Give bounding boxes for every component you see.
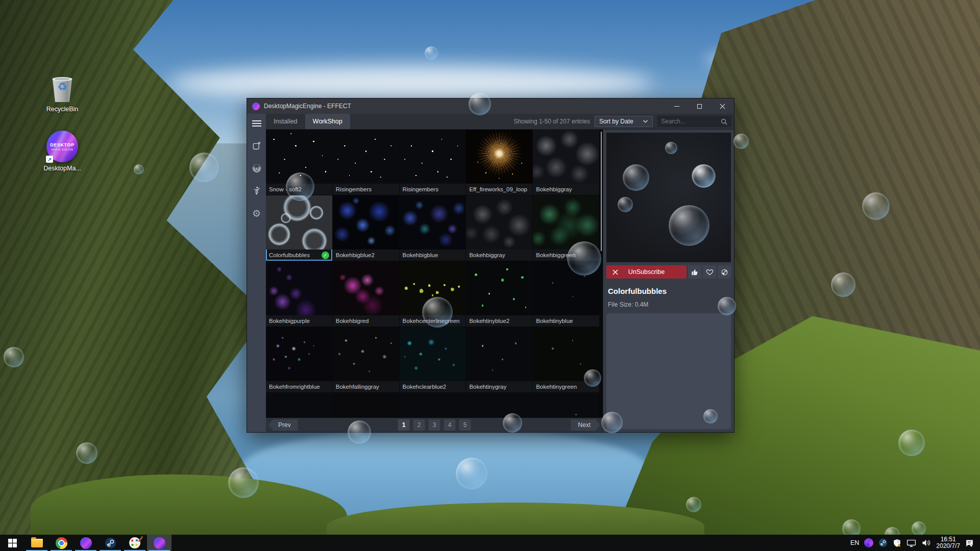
close-button[interactable]	[711, 98, 734, 114]
action-center-button[interactable]	[965, 539, 974, 547]
search-input[interactable]	[661, 118, 719, 125]
prev-page-button[interactable]: Prev	[268, 419, 298, 431]
dance-button[interactable]	[250, 185, 263, 197]
page-button-3[interactable]: 3	[429, 419, 440, 431]
pagination-bar: Prev 1 2 3 4 5 Next	[266, 418, 603, 432]
effect-card[interactable]: Bokehtinyblue	[533, 261, 599, 327]
effect-card[interactable]: Bokehbigred	[333, 261, 399, 327]
recycle-symbol-icon: ♻	[50, 81, 75, 93]
tab-workshop[interactable]: WorkShop	[305, 114, 350, 129]
effect-card-partial[interactable]	[266, 393, 332, 418]
menu-button[interactable]	[250, 117, 263, 130]
effect-card-partial[interactable]	[400, 393, 466, 418]
settings-button[interactable]: ⚙	[250, 207, 263, 219]
steam-icon	[721, 268, 728, 276]
title-bar[interactable]: DesktopMagicEngine - EFFECT	[247, 98, 734, 114]
shortcut-arrow-icon: ↗	[46, 156, 53, 163]
effect-thumbnail	[466, 261, 532, 315]
effect-card[interactable]: Bokehtinyblue2	[466, 261, 532, 327]
effect-card[interactable]: Bokehtinygreen	[533, 327, 599, 392]
effect-card-partial[interactable]	[533, 393, 599, 418]
effect-name: Bokehbigblue2	[336, 252, 375, 258]
effect-thumbnail	[400, 130, 466, 184]
unsubscribe-button[interactable]: UnSubscribe	[606, 265, 687, 279]
desktop-icon-desktopmagicengine[interactable]: DESKTOP MAGIC ENGINE ↗ DesktopMa...	[37, 131, 88, 172]
effect-thumbnail	[400, 327, 466, 381]
effect-thumbnail	[266, 195, 332, 249]
start-button[interactable]	[0, 535, 24, 551]
workshop-page-button[interactable]	[718, 265, 731, 279]
page-button-5[interactable]: 5	[459, 419, 471, 431]
effect-card[interactable]: Bokehtinygray	[466, 327, 532, 392]
taskbar-clock[interactable]: 16:51 2020/7/7	[936, 536, 960, 550]
page-button-4[interactable]: 4	[444, 419, 456, 431]
effect-card[interactable]: Risingembers	[400, 130, 466, 195]
dme-logo-subtext: MAGIC ENGINE	[52, 148, 74, 151]
tray-steam-icon[interactable]	[878, 538, 888, 547]
effect-card[interactable]: Bokehbiggray	[466, 195, 532, 261]
page-button-2[interactable]: 2	[413, 419, 425, 431]
add-effect-button[interactable]	[250, 140, 263, 152]
effect-thumbnail	[466, 393, 532, 418]
effect-card[interactable]: Snow - soft2	[266, 130, 332, 195]
effect-card-partial[interactable]	[466, 393, 532, 418]
effect-card[interactable]: Bokehclearblue2	[400, 327, 466, 392]
sort-dropdown[interactable]: Sort by Date	[595, 116, 653, 127]
tray-defender-icon[interactable]	[893, 539, 901, 547]
effect-card[interactable]: Bokehbiggray	[533, 130, 599, 195]
tray-desktopmagicengine-icon[interactable]	[864, 538, 873, 547]
effect-card[interactable]: Bokehfallinggray	[333, 327, 399, 392]
tab-installed[interactable]: Installed	[266, 114, 305, 129]
effect-name: Bokehfromrightblue	[269, 384, 320, 390]
effect-card[interactable]: Bokehbigblue2	[333, 195, 399, 261]
next-page-button[interactable]: Next	[571, 419, 600, 431]
window-title: DesktopMagicEngine - EFFECT	[264, 103, 351, 110]
effect-card-selected[interactable]: Colorfulbubbles✓	[266, 195, 332, 261]
avatar-icon	[251, 163, 262, 174]
taskbar-steam[interactable]	[98, 535, 122, 551]
taskbar-chrome[interactable]	[49, 535, 74, 551]
search-icon	[721, 118, 727, 125]
effect-card[interactable]: Bokehbigpurple	[266, 261, 332, 327]
favorite-button[interactable]	[703, 265, 716, 279]
effect-card-partial[interactable]	[333, 393, 399, 418]
bubble	[692, 164, 716, 188]
taskbar-desktopmagicengine-active[interactable]	[147, 535, 172, 551]
effect-name: Bokehtinygreen	[536, 384, 577, 390]
effect-thumbnail	[266, 261, 332, 315]
firework-burst	[475, 130, 524, 178]
effect-card[interactable]: Bokehbigblue	[400, 195, 466, 261]
effect-thumbnail	[400, 195, 466, 249]
grid-scrollbar[interactable]	[601, 132, 602, 251]
taskbar-desktopmagicengine[interactable]	[74, 535, 98, 551]
search-box[interactable]	[657, 116, 731, 127]
effect-thumbnail	[400, 393, 466, 418]
chrome-icon	[56, 537, 67, 549]
steam-icon	[105, 537, 116, 549]
effect-card[interactable]: Eff_fireworks_09_loop	[466, 130, 532, 195]
effect-thumbnail	[533, 393, 599, 418]
dme-logo-text: DESKTOP	[50, 142, 75, 147]
effect-thumbnail	[400, 261, 466, 315]
effect-card[interactable]: Bokehbiggreen	[533, 195, 599, 261]
effect-card[interactable]: Bokehfromrightblue	[266, 327, 332, 392]
effect-card[interactable]: Risingembers	[333, 130, 399, 195]
like-button[interactable]	[688, 265, 701, 279]
effect-name: Bokehbigblue	[403, 252, 438, 258]
taskbar-file-explorer[interactable]	[24, 535, 49, 551]
minimize-button[interactable]	[665, 98, 688, 114]
bubble	[665, 142, 677, 154]
tray-volume-icon[interactable]	[921, 539, 931, 547]
effect-name: Risingembers	[403, 186, 438, 192]
bubble	[623, 164, 649, 191]
desktop-icon-label: DesktopMa...	[43, 165, 81, 172]
avatar-button[interactable]	[250, 162, 263, 174]
page-button-1[interactable]: 1	[398, 419, 410, 431]
effect-card[interactable]: Bokehcenterlinegreen	[400, 261, 466, 327]
tray-display-icon[interactable]	[906, 539, 916, 547]
desktop-icon-recycle-bin[interactable]: ♻ RecycleBin	[37, 73, 88, 113]
effect-thumbnail	[333, 261, 399, 315]
language-indicator[interactable]: EN	[850, 539, 859, 546]
maximize-button[interactable]	[688, 98, 711, 114]
taskbar-paint[interactable]	[122, 535, 147, 551]
